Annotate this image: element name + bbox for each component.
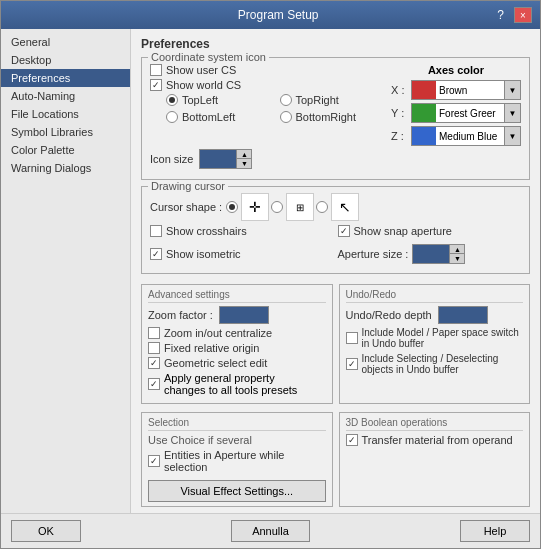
show-crosshairs-checkbox[interactable] bbox=[150, 225, 162, 237]
zoom-factor-row: Zoom factor : 1,2 bbox=[148, 306, 326, 324]
include-selecting-checkbox[interactable] bbox=[346, 358, 358, 370]
top-right-label: TopRight bbox=[296, 94, 339, 106]
show-world-cs-row: Show world CS bbox=[150, 79, 391, 91]
undo-depth-row: Undo/Redo depth 100 bbox=[346, 306, 524, 324]
sidebar-item-warning-dialogs[interactable]: Warning Dialogs bbox=[1, 159, 130, 177]
icon-size-up[interactable]: ▲ bbox=[237, 150, 251, 159]
zoom-factor-input[interactable]: 1,2 bbox=[219, 306, 269, 324]
icon-size-spinner-btns: ▲ ▼ bbox=[236, 150, 251, 168]
cursor-option-1: ✛ bbox=[226, 193, 269, 221]
icon-size-input[interactable]: 126 bbox=[200, 150, 236, 168]
aperture-size-row: Aperture size : 10 ▲ ▼ bbox=[338, 244, 522, 264]
bottom-right-radio[interactable] bbox=[280, 111, 292, 123]
aperture-size-up[interactable]: ▲ bbox=[450, 245, 464, 254]
zoom-in-out-row: Zoom in/out centralize bbox=[148, 327, 326, 339]
top-left-label: TopLeft bbox=[182, 94, 218, 106]
transfer-material-label: Transfer material from operand bbox=[362, 434, 513, 446]
aperture-size-spinner-btns: ▲ ▼ bbox=[449, 245, 464, 263]
show-user-cs-label: Show user CS bbox=[166, 64, 236, 76]
show-isometric-checkbox[interactable] bbox=[150, 248, 162, 260]
fixed-relative-row: Fixed relative origin bbox=[148, 342, 326, 354]
cursor-radio-3[interactable] bbox=[316, 201, 328, 213]
entities-checkbox[interactable] bbox=[148, 455, 160, 467]
main-content: General Desktop Preferences Auto-Naming … bbox=[1, 29, 540, 513]
x-color-arrow[interactable]: ▼ bbox=[504, 81, 520, 99]
top-right-row: TopRight bbox=[280, 94, 392, 106]
transfer-material-checkbox[interactable] bbox=[346, 434, 358, 446]
boolean-3d-label: 3D Boolean operations bbox=[346, 417, 524, 431]
icon-size-spinner[interactable]: 126 ▲ ▼ bbox=[199, 149, 252, 169]
cursor-radio-2[interactable] bbox=[271, 201, 283, 213]
include-model-label: Include Model / Paper space switch in Un… bbox=[362, 327, 524, 349]
y-color-swatch bbox=[412, 104, 436, 122]
advanced-group: Advanced settings Zoom factor : 1,2 Zoom… bbox=[141, 284, 333, 404]
sidebar-item-general[interactable]: General bbox=[1, 33, 130, 51]
include-model-row: Include Model / Paper space switch in Un… bbox=[346, 327, 524, 349]
z-color-dropdown[interactable]: Medium Blue ▼ bbox=[411, 126, 521, 146]
undo-redo-label: Undo/Redo bbox=[346, 289, 524, 303]
apply-general-checkbox[interactable] bbox=[148, 378, 160, 390]
close-button[interactable]: × bbox=[514, 7, 532, 23]
annulla-button[interactable]: Annulla bbox=[231, 520, 310, 542]
sidebar-item-auto-naming[interactable]: Auto-Naming bbox=[1, 87, 130, 105]
sidebar-item-symbol-libraries[interactable]: Symbol Libraries bbox=[1, 123, 130, 141]
top-right-radio[interactable] bbox=[280, 94, 292, 106]
cursor-options-grid: Show crosshairs Show snap aperture Show … bbox=[150, 225, 521, 267]
help-icon[interactable]: ? bbox=[497, 8, 504, 22]
zoom-factor-label: Zoom factor : bbox=[148, 309, 213, 321]
sidebar-item-desktop[interactable]: Desktop bbox=[1, 51, 130, 69]
bottom-left-radio[interactable] bbox=[166, 111, 178, 123]
ok-button[interactable]: OK bbox=[11, 520, 81, 542]
aperture-size-input[interactable]: 10 bbox=[413, 245, 449, 263]
sidebar-item-preferences[interactable]: Preferences bbox=[1, 69, 130, 87]
show-world-cs-checkbox[interactable] bbox=[150, 79, 162, 91]
help-button[interactable]: Help bbox=[460, 520, 530, 542]
selection-label: Selection bbox=[148, 417, 326, 431]
coordinate-system-label: Coordinate system icon bbox=[148, 51, 269, 63]
selection-boolean-row: Selection Use Choice if several Entities… bbox=[141, 408, 530, 507]
x-color-dropdown[interactable]: Brown ▼ bbox=[411, 80, 521, 100]
cursor-radio-1[interactable] bbox=[226, 201, 238, 213]
icon-size-down[interactable]: ▼ bbox=[237, 159, 251, 168]
sidebar: General Desktop Preferences Auto-Naming … bbox=[1, 29, 131, 513]
sidebar-item-file-locations[interactable]: File Locations bbox=[1, 105, 130, 123]
dialog: Program Setup ? × General Desktop Prefer… bbox=[0, 0, 541, 549]
drawing-cursor-label: Drawing cursor bbox=[148, 180, 228, 192]
cursor-preview-2: ⊞ bbox=[286, 193, 314, 221]
geometric-select-checkbox[interactable] bbox=[148, 357, 160, 369]
z-color-name: Medium Blue bbox=[436, 131, 504, 142]
cursor-option-3: ↖ bbox=[316, 193, 359, 221]
visual-effect-button[interactable]: Visual Effect Settings... bbox=[148, 480, 326, 502]
apply-general-row: Apply general property changes to all to… bbox=[148, 372, 326, 396]
z-color-row: Z : Medium Blue ▼ bbox=[391, 126, 521, 146]
z-color-arrow[interactable]: ▼ bbox=[504, 127, 520, 145]
y-color-arrow[interactable]: ▼ bbox=[504, 104, 520, 122]
y-axis-label: Y : bbox=[391, 107, 407, 119]
entities-label: Entities in Aperture while selection bbox=[164, 449, 326, 473]
cursor-shape-label: Cursor shape : bbox=[150, 201, 222, 213]
drawing-cursor-group: Drawing cursor Cursor shape : ✛ ⊞ bbox=[141, 186, 530, 274]
apply-general-line2: changes to all tools presets bbox=[164, 384, 297, 396]
undo-depth-input[interactable]: 100 bbox=[438, 306, 488, 324]
z-color-swatch bbox=[412, 127, 436, 145]
bottom-left-row: BottomLeft bbox=[166, 111, 278, 123]
footer: OK Annulla Help bbox=[1, 513, 540, 548]
zoom-in-out-label: Zoom in/out centralize bbox=[164, 327, 272, 339]
sidebar-item-color-palette[interactable]: Color Palette bbox=[1, 141, 130, 159]
aperture-size-down[interactable]: ▼ bbox=[450, 254, 464, 263]
show-world-cs-label: Show world CS bbox=[166, 79, 241, 91]
x-axis-label: X : bbox=[391, 84, 407, 96]
coordinate-system-group: Coordinate system icon Show user CS Show… bbox=[141, 57, 530, 180]
bottom-right-row: BottomRight bbox=[280, 111, 392, 123]
content-area: Preferences Coordinate system icon Show … bbox=[131, 29, 540, 513]
zoom-in-out-checkbox[interactable] bbox=[148, 327, 160, 339]
include-model-checkbox[interactable] bbox=[346, 332, 358, 344]
y-color-dropdown[interactable]: Forest Greer ▼ bbox=[411, 103, 521, 123]
show-snap-aperture-checkbox[interactable] bbox=[338, 225, 350, 237]
show-user-cs-checkbox[interactable] bbox=[150, 64, 162, 76]
aperture-size-spinner[interactable]: 10 ▲ ▼ bbox=[412, 244, 465, 264]
top-left-radio[interactable] bbox=[166, 94, 178, 106]
fixed-relative-checkbox[interactable] bbox=[148, 342, 160, 354]
cursor-preview-3: ↖ bbox=[331, 193, 359, 221]
cs-left-col: Show user CS Show world CS TopLeft bbox=[150, 64, 391, 126]
